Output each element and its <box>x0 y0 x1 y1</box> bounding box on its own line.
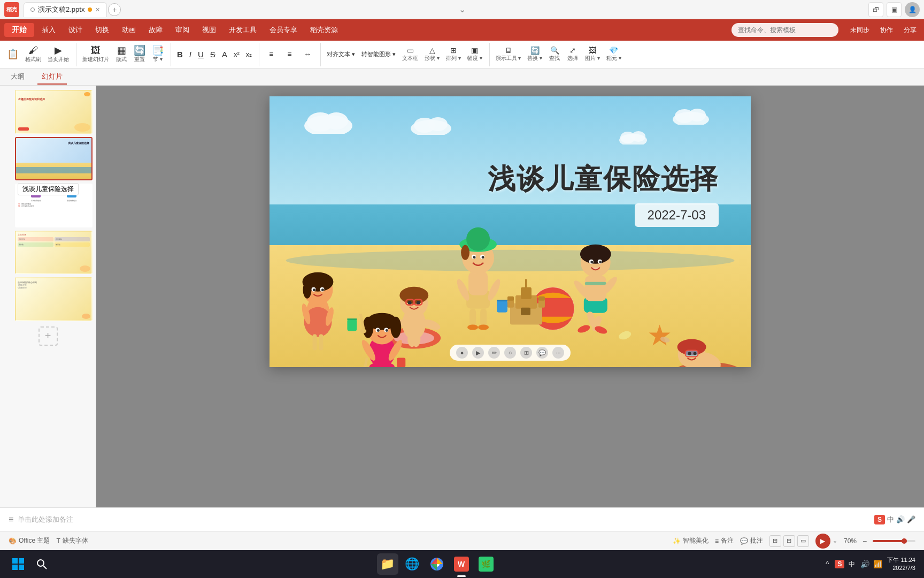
menu-dev-tools[interactable]: 开发工具 <box>224 23 262 37</box>
taskbar-app-edge[interactable]: 🌐 <box>402 553 423 575</box>
taskbar-app-wps[interactable]: W <box>451 553 472 575</box>
add-slide-button[interactable]: + <box>38 326 58 346</box>
play-button[interactable]: ▶ <box>815 534 830 549</box>
font-color-button[interactable]: A <box>219 48 230 60</box>
svg-rect-113 <box>347 319 357 331</box>
replace-button[interactable]: 🔄 替换 ▾ <box>525 45 545 64</box>
slide-panel: 1 有趣的保险知识和选择 2 浅谈儿童保险选择 浅谈儿童保险选择 <box>0 86 96 507</box>
textbox-button[interactable]: ▭ 文本框 <box>399 45 421 64</box>
tray-expand-icon[interactable]: ^ <box>822 559 833 569</box>
menu-slideshow[interactable]: 故障 <box>143 23 168 37</box>
daoyuan-button[interactable]: 💎 稻元 ▾ <box>604 45 624 64</box>
tab-slides[interactable]: 幻灯片 <box>37 70 67 85</box>
convert-smartart-button[interactable]: 转智能图形 ▾ <box>359 49 398 60</box>
reading-view-button[interactable]: ▭ <box>797 535 809 547</box>
indent-button[interactable]: ↔ <box>299 49 316 60</box>
presentation-tool-button[interactable]: 🖥 演示工具 ▾ <box>493 45 524 64</box>
input-lang-icon[interactable]: 中 <box>846 559 857 569</box>
layout-button[interactable]: ▦ 版式 <box>113 44 130 65</box>
theme-status[interactable]: 🎨 Office 主题 <box>9 536 50 545</box>
slide-tb-btn-4[interactable]: ○ <box>504 347 516 359</box>
menu-review[interactable]: 审阅 <box>170 23 195 37</box>
zoom-out-button[interactable]: − <box>860 536 869 546</box>
cloud-left <box>302 107 366 134</box>
wifi-icon[interactable]: 📶 <box>872 559 883 569</box>
find-button[interactable]: 🔍 查找 <box>546 45 563 64</box>
select-button[interactable]: ⤢ 选择 <box>564 45 581 64</box>
taskbar-time[interactable]: 下午 11:24 2022/7/3 <box>887 556 915 573</box>
windows-start-button[interactable] <box>9 554 28 574</box>
active-tab[interactable]: 演示文稿2.pptx ✕ <box>24 2 107 17</box>
toolbar-clipboard-group: 📋 🖌 格式刷 ▶ 当页开始 <box>4 43 76 66</box>
sync-button[interactable]: 未同步 <box>847 25 873 36</box>
slide-thumbnail-2[interactable]: 浅谈儿童保险选择 <box>15 137 93 181</box>
bullet-list-button[interactable]: ≡ <box>263 49 280 60</box>
subscript-button[interactable]: x₂ <box>243 49 255 60</box>
clipboard-icon[interactable]: 📋 <box>4 48 21 61</box>
svg-point-107 <box>694 352 697 355</box>
slide-tb-btn-3[interactable]: ✏ <box>488 347 500 359</box>
numbering-button[interactable]: ≡ <box>281 49 298 60</box>
slide-canvas: 浅谈儿童保险选择 2022-7-03 <box>270 96 751 367</box>
slide-tb-btn-6[interactable]: 💬 <box>536 347 548 359</box>
reset-button[interactable]: 🔄 重置 <box>131 44 148 65</box>
taskbar-search-button[interactable] <box>32 554 51 574</box>
slide-tb-btn-5[interactable]: ⊞ <box>520 347 532 359</box>
menu-vip[interactable]: 会员专享 <box>264 23 303 37</box>
svg-point-73 <box>577 323 591 333</box>
arrange-button[interactable]: ⊞ 排列 ▾ <box>443 45 464 64</box>
notes-button[interactable]: ≡ 备注 <box>715 536 734 545</box>
add-tab-button[interactable]: + <box>108 3 121 16</box>
frame-button[interactable]: ▣ 幅度 ▾ <box>465 45 485 64</box>
strikethrough-button[interactable]: S <box>207 48 218 60</box>
comment-button[interactable]: 💬 批注 <box>740 536 763 545</box>
menu-daoke-resources[interactable]: 稻壳资源 <box>305 23 343 37</box>
format-painter-button[interactable]: 🖌 格式刷 <box>22 44 44 65</box>
slide-thumbnail-4[interactable]: 上次分享 选医疗险 选重疾险 意外险 教育金 <box>15 231 93 275</box>
smart-beautify-button[interactable]: ✨ 智能美化 <box>673 536 709 545</box>
slide-thumbnail-5[interactable]: 选择保险的核心原则 •风险优先 •足额保障 <box>15 277 93 321</box>
italic-button[interactable]: I <box>187 48 194 60</box>
taskbar-app-chrome[interactable] <box>426 553 448 575</box>
align-text-button[interactable]: 对齐文本 ▾ <box>324 49 358 60</box>
slide-tb-btn-1[interactable]: ● <box>456 347 468 359</box>
slide-thumbnail-1[interactable]: 有趣的保险知识和选择 <box>15 90 93 134</box>
maximize-button[interactable]: ▣ <box>887 2 902 17</box>
play-from-current-button[interactable]: ▶ 当页开始 <box>45 44 72 65</box>
menu-transition[interactable]: 切换 <box>90 23 114 37</box>
sound-icon[interactable]: 🔊 <box>859 559 870 569</box>
normal-view-button[interactable]: ⊞ <box>769 535 781 547</box>
menu-design[interactable]: 设计 <box>63 23 88 37</box>
sogou-input-icon: S 中 🔊 🎤 <box>874 515 915 524</box>
notes-placeholder[interactable]: 单击此处添加备注 <box>18 515 73 524</box>
menu-animation[interactable]: 动画 <box>117 23 141 37</box>
bold-button[interactable]: B <box>174 48 186 60</box>
section-button[interactable]: 📑 节 ▾ <box>149 44 166 65</box>
zoom-slider[interactable] <box>873 540 915 542</box>
start-menu-button[interactable]: 开始 <box>4 23 34 37</box>
logo-icon: 稻壳 <box>4 2 19 17</box>
minimize-button[interactable]: 🗗 <box>868 2 883 17</box>
new-slide-button[interactable]: 🖼 新建幻灯片 <box>80 44 112 65</box>
shape-button[interactable]: △ 形状 ▾ <box>422 45 442 64</box>
collaborate-button[interactable]: 协作 <box>877 25 896 36</box>
dropdown-arrow-icon[interactable]: ⌄ <box>459 4 466 14</box>
sogou-tray-icon[interactable]: S <box>835 560 844 568</box>
share-button[interactable]: 分享 <box>900 25 920 36</box>
taskbar-app-explorer[interactable]: 📁 <box>377 553 398 575</box>
font-missing-status[interactable]: T 缺失字体 <box>56 536 88 545</box>
tab-close-btn[interactable]: ✕ <box>95 6 100 13</box>
underline-button[interactable]: U <box>195 48 206 60</box>
superscript-button[interactable]: x² <box>231 49 242 60</box>
tab-outline[interactable]: 大纲 <box>6 70 29 85</box>
menu-insert[interactable]: 插入 <box>36 23 61 37</box>
toolbar: 📋 🖌 格式刷 ▶ 当页开始 🖼 新建幻灯片 ▦ 版式 🔄 重置 📑 节 ▾ <box>0 41 924 69</box>
menu-search-input[interactable] <box>732 23 838 37</box>
image-button[interactable]: 🖼 图片 ▾ <box>582 45 603 64</box>
menu-bar: 开始 插入 设计 切换 动画 故障 审阅 视图 开发工具 会员专享 稻壳资源 未… <box>0 19 924 41</box>
grid-view-button[interactable]: ⊟ <box>783 535 795 547</box>
taskbar-app-wps2[interactable]: 🌿 <box>475 553 497 575</box>
slide-tb-btn-2[interactable]: ▶ <box>472 347 484 359</box>
slide-tb-btn-7[interactable]: ··· <box>552 347 564 359</box>
menu-view[interactable]: 视图 <box>197 23 221 37</box>
